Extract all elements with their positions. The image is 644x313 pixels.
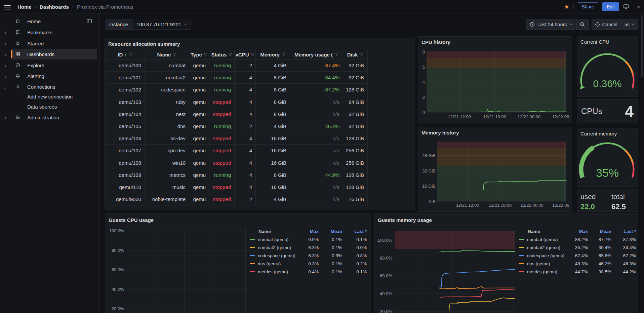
filter-icon[interactable] xyxy=(251,52,255,56)
legend-mean-value: 0.1% xyxy=(319,237,342,242)
chevron-right-icon[interactable] xyxy=(4,62,6,68)
cell-vcpu: 2 xyxy=(235,60,256,72)
cancel-refresh-button[interactable]: Cancel xyxy=(592,19,621,30)
dashboard-toolbar: instance 100.87.70.121:9221 Last 24 hour… xyxy=(99,13,644,34)
legend-header-row: NameMaxMeanLast * xyxy=(250,227,367,235)
legend-last-value: 44.2% xyxy=(611,269,636,274)
legend-series-name[interactable]: codespace (qemu) xyxy=(258,253,298,258)
favorite-star-icon[interactable]: ★ xyxy=(564,4,569,10)
kiosk-monitor-icon[interactable] xyxy=(623,4,629,9)
cell-id: qemu/108 xyxy=(105,157,145,169)
chevron-right-icon[interactable] xyxy=(4,40,6,46)
panel-resource-allocation-summary: Resource allocation summary ID↑NameTypeS… xyxy=(105,38,414,210)
series-color-swatch xyxy=(250,247,255,248)
legend-series-name[interactable]: dns (qemu) xyxy=(258,261,298,266)
cell-status: stopped xyxy=(209,108,235,120)
legend-header-last[interactable]: Last * xyxy=(611,229,636,234)
svg-text:12/21 12:00: 12/21 12:00 xyxy=(456,203,479,208)
chevron-down-icon[interactable] xyxy=(4,84,6,90)
time-range-picker[interactable]: Last 24 hours xyxy=(526,19,575,30)
table-column-header[interactable]: Name xyxy=(145,50,189,60)
filter-icon[interactable] xyxy=(204,52,208,56)
scrollbar-thumb[interactable] xyxy=(641,15,643,77)
sidebar-item-home[interactable]: Home xyxy=(0,16,99,27)
dock-menu-icon[interactable] xyxy=(87,18,92,24)
legend-series-name[interactable]: numbat (qemu) xyxy=(527,237,567,242)
legend-row: numbat2 (qemu)35.2%30.4%34.4% xyxy=(519,243,636,251)
table-column-header[interactable]: vCPU xyxy=(235,50,256,60)
cell-name: cpu-dev xyxy=(145,145,189,157)
table-column-header[interactable]: Memory xyxy=(256,50,290,60)
filter-icon[interactable] xyxy=(281,52,285,56)
breadcrumb-dashboards[interactable]: Dashboards xyxy=(40,4,69,10)
legend-series-name[interactable]: numbat2 (qemu) xyxy=(527,245,567,250)
svg-text:0: 0 xyxy=(422,110,425,115)
cell-type: qemu xyxy=(189,157,209,169)
legend-series-name[interactable]: metrics (qemu) xyxy=(527,269,567,274)
legend-series-name[interactable]: numbat (qemu) xyxy=(258,237,298,242)
chevron-down-icon[interactable] xyxy=(637,6,639,7)
bookmark-icon xyxy=(15,30,21,35)
table-column-header[interactable]: ID↑ xyxy=(105,50,145,60)
cpu-history-chart[interactable]: 0246812/21 12:0012/21 18:0012/22 00:0012… xyxy=(418,37,572,124)
cell-status: stopped xyxy=(209,96,235,108)
filter-icon[interactable] xyxy=(228,52,232,56)
sidebar-item-alerting[interactable]: Alerting xyxy=(0,71,99,81)
cell-vcpu: 4 xyxy=(235,132,256,145)
sidebar-item-data-sources[interactable]: Data sources xyxy=(0,102,99,112)
chevron-right-icon[interactable] xyxy=(4,114,6,120)
edit-button[interactable]: Edit xyxy=(602,2,619,11)
cell-id: qemu/9000 xyxy=(105,193,145,205)
legend-header-last[interactable]: Last * xyxy=(342,229,367,234)
legend-header-mean[interactable]: Mean xyxy=(319,229,342,234)
sidebar-item-dashboards[interactable]: Dashboards xyxy=(0,49,99,60)
clock-icon xyxy=(530,22,535,27)
legend-max-value: 6.3% xyxy=(298,245,319,250)
legend-header-mean[interactable]: Mean xyxy=(588,229,611,234)
cell-memory-usage: n/a xyxy=(290,181,343,193)
refresh-interval-dropdown[interactable]: 5s xyxy=(621,19,638,30)
legend-header-max[interactable]: Max xyxy=(567,229,588,234)
sidebar-item-add-new-connection[interactable]: Add new connection xyxy=(0,92,99,102)
chevron-right-icon[interactable] xyxy=(4,51,6,57)
legend-row: dns (qemu)48.3%46.2%46.3% xyxy=(519,260,636,268)
legend-series-name[interactable]: numbat2 (qemu) xyxy=(258,245,298,250)
menu-toggle-icon[interactable] xyxy=(4,4,11,10)
legend-header-name[interactable]: Name xyxy=(519,229,567,234)
table-column-header[interactable]: Type xyxy=(189,50,209,60)
guests-cpu-legend: NameMaxMeanLast *numbat (qemu)0.9%0.1%0.… xyxy=(250,227,367,276)
sidebar-item-explore[interactable]: Explore xyxy=(0,60,99,71)
chevron-down-icon xyxy=(184,22,187,25)
legend-header-max[interactable]: Max xyxy=(298,229,319,234)
filter-icon[interactable] xyxy=(128,52,132,56)
breadcrumb-home[interactable]: Home xyxy=(17,4,32,10)
sidebar-item-bookmarks[interactable]: Bookmarks xyxy=(0,27,99,38)
variable-value-dropdown[interactable]: 100.87.70.121:9221 xyxy=(132,19,191,29)
memory-history-chart[interactable]: 0 B16 GiB32 GiB48 GiB12/21 12:0012/21 18… xyxy=(418,127,572,212)
chevron-right-icon[interactable] xyxy=(4,73,6,79)
legend-header-name[interactable]: Name xyxy=(250,229,298,234)
sidebar-item-administration[interactable]: Administration xyxy=(0,112,99,123)
table-row: qemu/107cpu-devqemustopped416 GiBn/a256 … xyxy=(105,145,368,157)
variable-instance-control: instance 100.87.70.121:9221 xyxy=(105,19,191,30)
svg-text:12/21 18:00: 12/21 18:00 xyxy=(489,203,512,208)
legend-series-name[interactable]: dns (qemu) xyxy=(527,261,567,266)
gauge-value: 0.36% xyxy=(593,78,621,89)
panel-title[interactable]: Resource allocation summary xyxy=(108,41,180,47)
chevron-right-icon[interactable] xyxy=(4,29,6,35)
table-column-header[interactable]: Disk xyxy=(343,50,368,60)
filter-icon[interactable] xyxy=(172,52,176,56)
svg-text:40.0%: 40.0% xyxy=(112,287,124,292)
share-button[interactable]: Share xyxy=(578,2,598,11)
legend-series-name[interactable]: codespace (qemu) xyxy=(527,253,567,258)
sidebar-item-connections[interactable]: Connections xyxy=(0,81,99,92)
zoom-out-button[interactable] xyxy=(576,19,589,30)
sidebar-item-starred[interactable]: Starred xyxy=(0,38,99,49)
legend-series-name[interactable]: metrics (qemu) xyxy=(258,269,298,274)
filter-icon[interactable] xyxy=(334,52,338,56)
cell-memory-usage: 67.2% xyxy=(290,84,343,96)
table-column-header[interactable]: Memory usage ( xyxy=(290,50,343,60)
table-column-header[interactable]: Status xyxy=(209,50,235,60)
legend-mean-value: 30.4% xyxy=(588,245,611,250)
filter-icon[interactable] xyxy=(359,52,363,56)
